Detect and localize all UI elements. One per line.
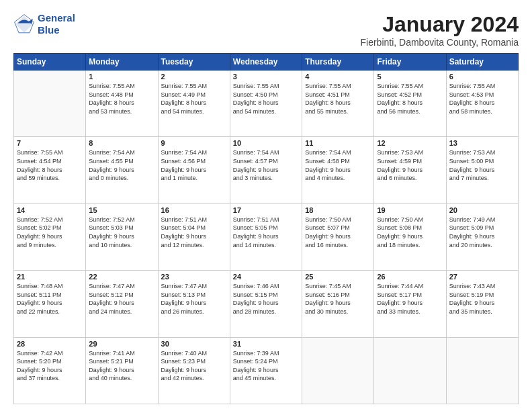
calendar-week-row: 14Sunrise: 7:52 AM Sunset: 5:02 PM Dayli… <box>14 203 519 270</box>
table-row: 10Sunrise: 7:54 AM Sunset: 4:57 PM Dayli… <box>230 137 302 203</box>
day-number: 12 <box>377 139 443 147</box>
table-row: 24Sunrise: 7:46 AM Sunset: 5:15 PM Dayli… <box>230 271 302 337</box>
col-friday: Friday <box>374 54 446 71</box>
table-row: 4Sunrise: 7:55 AM Sunset: 4:51 PM Daylig… <box>302 71 374 137</box>
table-row: 25Sunrise: 7:45 AM Sunset: 5:16 PM Dayli… <box>302 271 374 337</box>
day-number: 5 <box>377 73 443 81</box>
day-info: Sunrise: 7:49 AM Sunset: 5:09 PM Dayligh… <box>449 216 515 249</box>
svg-marker-0 <box>15 15 33 33</box>
table-row: 5Sunrise: 7:55 AM Sunset: 4:52 PM Daylig… <box>374 71 446 137</box>
day-info: Sunrise: 7:54 AM Sunset: 4:55 PM Dayligh… <box>89 148 154 182</box>
day-number: 15 <box>89 206 154 214</box>
day-info: Sunrise: 7:55 AM Sunset: 4:48 PM Dayligh… <box>89 82 154 116</box>
day-number: 21 <box>17 273 83 281</box>
col-saturday: Saturday <box>446 54 518 71</box>
col-thursday: Thursday <box>302 54 374 71</box>
table-row: 16Sunrise: 7:51 AM Sunset: 5:04 PM Dayli… <box>158 203 230 270</box>
day-number: 14 <box>17 206 83 214</box>
table-row: 8Sunrise: 7:54 AM Sunset: 4:55 PM Daylig… <box>86 137 158 203</box>
table-row: 9Sunrise: 7:54 AM Sunset: 4:56 PM Daylig… <box>158 137 230 203</box>
table-row: 11Sunrise: 7:54 AM Sunset: 4:58 PM Dayli… <box>302 137 374 203</box>
day-number: 3 <box>233 73 299 81</box>
table-row: 31Sunrise: 7:39 AM Sunset: 5:24 PM Dayli… <box>230 337 302 404</box>
table-row: 13Sunrise: 7:53 AM Sunset: 5:00 PM Dayli… <box>446 137 518 203</box>
day-info: Sunrise: 7:39 AM Sunset: 5:24 PM Dayligh… <box>233 349 299 383</box>
day-info: Sunrise: 7:53 AM Sunset: 4:59 PM Dayligh… <box>377 148 443 182</box>
page: General Blue January 2024 Fierbinti, Dam… <box>0 0 532 411</box>
day-number: 10 <box>233 139 299 147</box>
day-number: 19 <box>377 206 443 214</box>
day-number: 25 <box>305 273 371 281</box>
title-block: January 2024 Fierbinti, Dambovita County… <box>360 12 519 48</box>
calendar-title: January 2024 <box>360 12 519 37</box>
day-number: 8 <box>89 139 154 147</box>
table-row: 23Sunrise: 7:47 AM Sunset: 5:13 PM Dayli… <box>158 271 230 337</box>
table-row: 22Sunrise: 7:47 AM Sunset: 5:12 PM Dayli… <box>86 271 158 337</box>
day-number: 27 <box>449 273 515 281</box>
logo-text: General Blue <box>38 12 75 36</box>
day-number: 20 <box>449 206 515 214</box>
table-row: 1Sunrise: 7:55 AM Sunset: 4:48 PM Daylig… <box>86 71 158 137</box>
table-row: 21Sunrise: 7:48 AM Sunset: 5:11 PM Dayli… <box>14 271 86 337</box>
day-number: 23 <box>161 273 227 281</box>
col-wednesday: Wednesday <box>230 54 302 71</box>
day-number: 6 <box>449 73 515 81</box>
table-row: 20Sunrise: 7:49 AM Sunset: 5:09 PM Dayli… <box>446 203 518 270</box>
day-number: 2 <box>161 73 227 81</box>
day-number: 9 <box>161 139 227 147</box>
day-number: 26 <box>377 273 443 281</box>
table-row: 12Sunrise: 7:53 AM Sunset: 4:59 PM Dayli… <box>374 137 446 203</box>
day-number: 11 <box>305 139 371 147</box>
day-info: Sunrise: 7:55 AM Sunset: 4:51 PM Dayligh… <box>305 82 371 116</box>
table-row: 2Sunrise: 7:55 AM Sunset: 4:49 PM Daylig… <box>158 71 230 137</box>
day-info: Sunrise: 7:47 AM Sunset: 5:13 PM Dayligh… <box>161 282 227 316</box>
day-info: Sunrise: 7:40 AM Sunset: 5:23 PM Dayligh… <box>161 349 227 383</box>
table-row <box>446 337 518 404</box>
table-row: 17Sunrise: 7:51 AM Sunset: 5:05 PM Dayli… <box>230 203 302 270</box>
calendar-table: Sunday Monday Tuesday Wednesday Thursday… <box>13 53 519 404</box>
day-number: 1 <box>89 73 154 81</box>
table-row: 28Sunrise: 7:42 AM Sunset: 5:20 PM Dayli… <box>14 337 86 404</box>
day-number: 28 <box>17 340 83 348</box>
col-sunday: Sunday <box>14 54 86 71</box>
table-row: 26Sunrise: 7:44 AM Sunset: 5:17 PM Dayli… <box>374 271 446 337</box>
day-info: Sunrise: 7:50 AM Sunset: 5:07 PM Dayligh… <box>305 216 371 249</box>
day-number: 29 <box>89 340 154 348</box>
day-info: Sunrise: 7:53 AM Sunset: 5:00 PM Dayligh… <box>449 148 515 182</box>
day-info: Sunrise: 7:55 AM Sunset: 4:54 PM Dayligh… <box>17 148 83 182</box>
day-info: Sunrise: 7:44 AM Sunset: 5:17 PM Dayligh… <box>377 282 443 316</box>
table-row: 29Sunrise: 7:41 AM Sunset: 5:21 PM Dayli… <box>86 337 158 404</box>
day-info: Sunrise: 7:51 AM Sunset: 5:05 PM Dayligh… <box>233 216 299 249</box>
day-info: Sunrise: 7:54 AM Sunset: 4:57 PM Dayligh… <box>233 148 299 182</box>
day-info: Sunrise: 7:48 AM Sunset: 5:11 PM Dayligh… <box>17 282 83 316</box>
day-info: Sunrise: 7:46 AM Sunset: 5:15 PM Dayligh… <box>233 282 299 316</box>
day-info: Sunrise: 7:50 AM Sunset: 5:08 PM Dayligh… <box>377 216 443 249</box>
table-row <box>302 337 374 404</box>
day-info: Sunrise: 7:55 AM Sunset: 4:52 PM Dayligh… <box>377 82 443 116</box>
calendar-header-row: Sunday Monday Tuesday Wednesday Thursday… <box>14 54 519 71</box>
table-row: 15Sunrise: 7:52 AM Sunset: 5:03 PM Dayli… <box>86 203 158 270</box>
day-number: 17 <box>233 206 299 214</box>
day-info: Sunrise: 7:52 AM Sunset: 5:02 PM Dayligh… <box>17 216 83 249</box>
col-tuesday: Tuesday <box>158 54 230 71</box>
table-row: 3Sunrise: 7:55 AM Sunset: 4:50 PM Daylig… <box>230 71 302 137</box>
day-info: Sunrise: 7:42 AM Sunset: 5:20 PM Dayligh… <box>17 349 83 383</box>
table-row <box>374 337 446 404</box>
col-monday: Monday <box>86 54 158 71</box>
logo: General Blue <box>13 12 75 36</box>
day-number: 24 <box>233 273 299 281</box>
day-info: Sunrise: 7:54 AM Sunset: 4:56 PM Dayligh… <box>161 148 227 182</box>
day-number: 22 <box>89 273 154 281</box>
day-info: Sunrise: 7:55 AM Sunset: 4:50 PM Dayligh… <box>233 82 299 116</box>
day-info: Sunrise: 7:41 AM Sunset: 5:21 PM Dayligh… <box>89 349 154 383</box>
table-row: 7Sunrise: 7:55 AM Sunset: 4:54 PM Daylig… <box>14 137 86 203</box>
table-row: 27Sunrise: 7:43 AM Sunset: 5:19 PM Dayli… <box>446 271 518 337</box>
calendar-subtitle: Fierbinti, Dambovita County, Romania <box>360 37 519 48</box>
table-row: 30Sunrise: 7:40 AM Sunset: 5:23 PM Dayli… <box>158 337 230 404</box>
day-number: 7 <box>17 139 83 147</box>
table-row: 6Sunrise: 7:55 AM Sunset: 4:53 PM Daylig… <box>446 71 518 137</box>
day-number: 18 <box>305 206 371 214</box>
day-info: Sunrise: 7:43 AM Sunset: 5:19 PM Dayligh… <box>449 282 515 316</box>
calendar-week-row: 7Sunrise: 7:55 AM Sunset: 4:54 PM Daylig… <box>14 137 519 203</box>
calendar-week-row: 21Sunrise: 7:48 AM Sunset: 5:11 PM Dayli… <box>14 271 519 337</box>
